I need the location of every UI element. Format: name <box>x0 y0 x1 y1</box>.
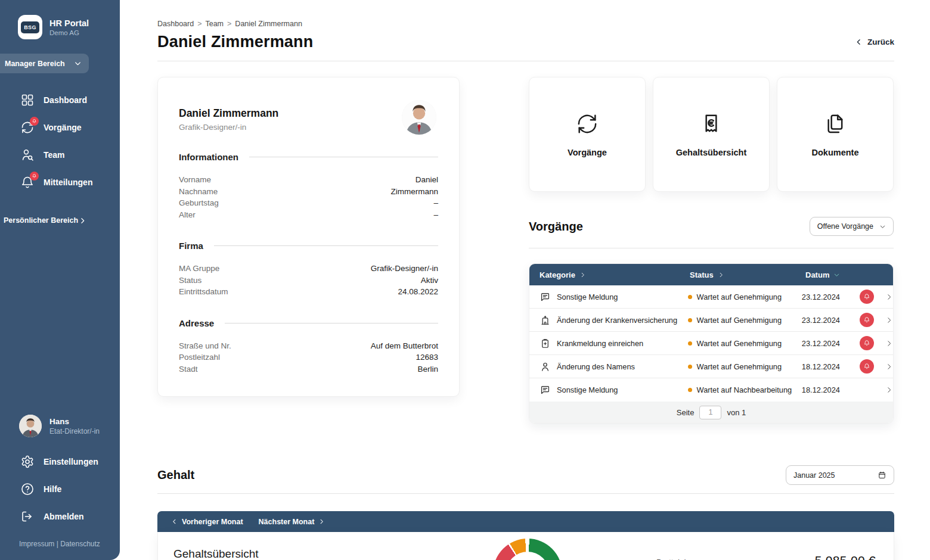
row-date: 23.12.2024 <box>802 293 860 301</box>
pagination-total: von 1 <box>727 408 746 417</box>
previous-month-button[interactable]: Vorheriger Monat <box>171 518 243 526</box>
sidebar: BSG HR Portal Demo AG Manager Bereich Da… <box>0 0 120 560</box>
table-pagination: Seite von 1 <box>529 402 893 423</box>
column-header-datum[interactable]: Datum <box>805 270 840 279</box>
vorgaenge-filter-dropdown[interactable]: Offene Vorgänge <box>810 217 894 236</box>
field-label: Eintrittsdatum <box>179 286 228 298</box>
breadcrumb-dashboard[interactable]: Dashboard <box>157 20 194 28</box>
field-value: – <box>433 209 438 221</box>
gear-icon <box>20 455 35 469</box>
chevron-down-icon <box>74 60 82 67</box>
month-picker[interactable]: Januar 2025 <box>786 465 894 485</box>
help-circle-icon <box>20 482 35 496</box>
alert-bell-badge[interactable] <box>860 336 874 350</box>
next-month-label: Nächster Monat <box>259 518 315 526</box>
sync-icon <box>20 120 35 135</box>
legal-links[interactable]: Impressum | Datenschutz <box>0 530 120 560</box>
field-label: Status <box>179 275 202 287</box>
field-value: Berlin <box>417 363 438 375</box>
column-header-kategorie[interactable]: Kategorie <box>540 270 690 279</box>
chevron-right-icon <box>885 316 893 324</box>
table-row[interactable]: Sonstige Meldung Wartet auf Nachbearbeit… <box>529 378 893 402</box>
salary-card-title: Gehaltsübersicht <box>173 547 259 560</box>
next-month-button[interactable]: Nächster Monat <box>259 518 326 526</box>
table-row[interactable]: Änderung des Namens Wartet auf Genehmigu… <box>529 355 893 378</box>
field-label: Nachname <box>179 186 218 198</box>
quick-action-dokumente[interactable]: Dokumente <box>777 77 894 192</box>
sidebar-item-label: Hilfe <box>44 484 61 494</box>
alert-bell-badge[interactable] <box>860 290 874 304</box>
row-date: 23.12.2024 <box>802 339 860 348</box>
notification-badge <box>30 117 39 126</box>
sidebar-item-persoenlicher-bereich[interactable]: Persönlicher Bereich <box>0 216 120 225</box>
app-subtitle: Demo AG <box>49 29 89 36</box>
field-label: Postleitzahl <box>179 351 220 363</box>
quick-action-vorgaenge[interactable]: Vorgänge <box>529 77 646 192</box>
team-search-icon <box>20 148 35 162</box>
bell-icon <box>863 293 870 300</box>
row-category: Änderung der Krankenversicherung <box>557 316 677 325</box>
profile-row: NachnameZimmermann <box>179 186 438 198</box>
chevron-right-icon <box>885 293 893 301</box>
app-title: HR Portal <box>49 18 89 29</box>
chevron-right-icon <box>318 518 325 525</box>
row-category: Sonstige Meldung <box>557 385 618 394</box>
insurance-building-icon <box>540 315 551 326</box>
legal-label: Impressum | Datenschutz <box>19 540 100 548</box>
section-divider <box>225 323 438 323</box>
sidebar-item-abmelden[interactable]: Abmelden <box>0 503 120 530</box>
sidebar-nav: Dashboard Vorgänge Team M <box>0 86 120 196</box>
chevron-down-icon <box>833 272 840 278</box>
section-title-firma: Firma <box>179 241 203 251</box>
row-date: 18.12.2024 <box>802 385 860 394</box>
gehalt-divider <box>157 493 894 494</box>
profile-row: Eintrittsdatum24.08.2022 <box>179 286 438 298</box>
chevron-right-icon <box>885 386 893 394</box>
filter-label: Offene Vorgänge <box>817 222 873 231</box>
alert-bell-badge[interactable] <box>860 359 874 374</box>
bell-icon <box>863 363 870 370</box>
user-role: Etat-Direktor/-in <box>49 427 100 435</box>
table-row[interactable]: Krankmeldung einreichen Wartet auf Geneh… <box>529 332 893 355</box>
vorgaenge-table: Kategorie Status Datum <box>529 263 894 424</box>
quick-action-label: Dokumente <box>812 148 859 157</box>
field-label: MA Gruppe <box>179 263 219 275</box>
manager-bereich-dropdown[interactable]: Manager Bereich <box>0 54 89 73</box>
user-name: Hans <box>49 416 100 427</box>
page-number-input[interactable] <box>699 406 721 419</box>
field-label: Straße und Nr. <box>179 340 231 352</box>
table-row[interactable]: Sonstige Meldung Wartet auf Genehmigung … <box>529 285 893 309</box>
sidebar-item-einstellungen[interactable]: Einstellungen <box>0 448 120 475</box>
back-button[interactable]: Zurück <box>855 38 894 46</box>
employee-role: Grafik-Designer/-in <box>179 123 438 132</box>
pagination-label: Seite <box>677 408 695 417</box>
section-divider <box>249 157 438 157</box>
row-status: Wartet auf Genehmigung <box>697 362 782 371</box>
breadcrumb-team[interactable]: Team <box>205 20 224 28</box>
status-dot <box>688 318 692 322</box>
header-divider <box>157 61 894 61</box>
quick-action-label: Gehaltsübersicht <box>676 148 746 157</box>
sidebar-item-hilfe[interactable]: Hilfe <box>0 475 120 503</box>
vorgaenge-title: Vorgänge <box>529 220 583 234</box>
sidebar-item-label: Mitteilungen <box>44 178 92 187</box>
alert-bell-badge[interactable] <box>860 313 874 327</box>
profile-row: Straße und Nr.Auf dem Butterbrot <box>179 340 438 352</box>
chevron-right-icon <box>79 217 86 225</box>
chevron-right-icon <box>718 272 724 278</box>
profile-row: Alter– <box>179 209 438 221</box>
column-header-status[interactable]: Status <box>690 270 805 279</box>
chevron-down-icon <box>879 223 886 230</box>
bell-icon <box>863 316 870 323</box>
current-user[interactable]: Hans Etat-Direktor/-in <box>0 415 120 448</box>
quick-action-gehaltsuebersicht[interactable]: Gehaltsübersicht <box>653 77 770 192</box>
sidebar-item-dashboard[interactable]: Dashboard <box>0 86 120 114</box>
comment-icon <box>540 384 551 396</box>
profile-row: StadtBerlin <box>179 363 438 375</box>
employee-name: Daniel Zimmermann <box>179 107 438 120</box>
table-row[interactable]: Änderung der Krankenversicherung Wartet … <box>529 309 893 332</box>
section-title-adresse: Adresse <box>179 318 214 328</box>
sidebar-item-team[interactable]: Team <box>0 141 120 169</box>
sidebar-item-mitteilungen[interactable]: Mitteilungen <box>0 169 120 196</box>
sidebar-item-vorgaenge[interactable]: Vorgänge <box>0 114 120 141</box>
